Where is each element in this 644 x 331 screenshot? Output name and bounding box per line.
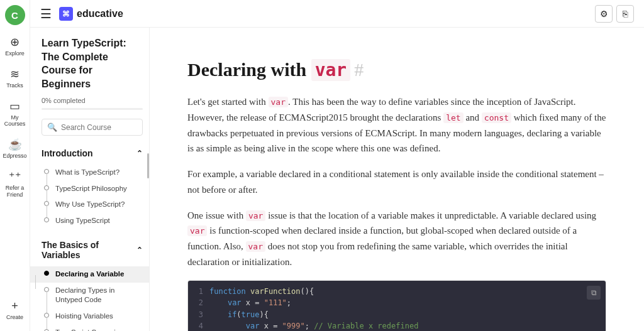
editor-line: 1function varFunction(){	[188, 286, 606, 298]
clipboard-icon: ⎘	[623, 9, 628, 19]
search-box[interactable]: 🔍	[42, 119, 143, 136]
lesson-item[interactable]: Declaring Types in Untyped Code	[42, 283, 143, 308]
rail-label: Refer a Friend	[0, 185, 30, 198]
line-number: 2	[188, 297, 209, 309]
paragraph: One issue with var issue is that the loc…	[187, 208, 606, 270]
chevron-up-icon: ⌃	[136, 149, 143, 158]
code-text: var x = "111";	[209, 297, 291, 309]
lesson-label: Why Use TypeScript?	[55, 200, 125, 210]
lesson-label: Declaring Types in Untyped Code	[55, 286, 143, 305]
line-number: 3	[188, 309, 209, 321]
rail-item[interactable]: ⊕Explore	[0, 35, 30, 57]
rail-label: Edpresso	[3, 153, 26, 160]
avatar[interactable]: C	[5, 5, 25, 25]
lesson-item[interactable]: Using TypeScript	[42, 213, 143, 229]
lesson-item[interactable]: Declaring a Variable	[30, 266, 149, 283]
logo[interactable]: ⌘ educative	[59, 7, 123, 21]
copy-code-button[interactable]: ⧉	[587, 286, 601, 300]
line-number: 4	[188, 320, 209, 331]
rail-item[interactable]: ⁺⁺Refer a Friend	[0, 170, 30, 198]
lesson-item[interactable]: Why Use TypeScript?	[42, 197, 143, 213]
code-text: function varFunction(){	[209, 286, 314, 298]
copy-icon: ⧉	[591, 288, 597, 297]
lesson-item[interactable]: TypeScript Philosophy	[42, 181, 143, 197]
code-text: var x = "999"; // Variable x redefined	[209, 320, 418, 331]
editor-line: 3 if(true){	[188, 309, 606, 321]
rail-icon: ⁺⁺	[9, 170, 21, 183]
lesson-dot-icon	[44, 271, 49, 276]
rail-item[interactable]: ▭My Courses	[0, 99, 30, 128]
content: Declaring with var# Let's get started wi…	[150, 28, 644, 331]
rail-item[interactable]: ☕Edpresso	[0, 138, 30, 160]
left-rail: C ⊕Explore≋Tracks▭My Courses☕Edpresso⁺⁺R…	[0, 0, 30, 331]
lesson-label: Using TypeScript	[55, 216, 110, 226]
header: ☰ ⌘ educative ⚙ ⎘	[30, 0, 644, 28]
rail-icon: ▭	[9, 99, 20, 113]
sidebar: Learn TypeScript: The Complete Course fo…	[30, 28, 150, 331]
section-title: The Basics of Variables	[42, 240, 136, 260]
progress-text: 0% completed	[42, 97, 143, 104]
rail-label: Explore	[5, 50, 25, 57]
rail-label: Tracks	[6, 82, 23, 89]
plus-icon: +	[11, 300, 18, 313]
copy-button[interactable]: ⎘	[616, 5, 634, 23]
search-input[interactable]	[61, 123, 150, 132]
brand-text: educative	[77, 8, 123, 19]
rail-icon: ⊕	[10, 35, 19, 49]
rail-icon: ☕	[8, 138, 22, 151]
lesson-item[interactable]: TypeScript Scope is JavaScript Scope	[42, 325, 143, 332]
rail-icon: ≋	[10, 67, 19, 81]
lesson-item[interactable]: What is TypeScript?	[42, 165, 143, 181]
lesson-label: TypeScript Scope is JavaScript Scope	[55, 328, 143, 332]
section-head[interactable]: The Basics of Variables⌃	[42, 240, 143, 260]
line-number: 1	[188, 286, 209, 298]
editor-body[interactable]: ⧉ 1function varFunction(){2 var x = "111…	[188, 281, 606, 332]
lesson-label: Hoisting Variables	[55, 312, 113, 322]
lesson-dot-icon	[44, 329, 49, 332]
settings-button[interactable]: ⚙	[595, 5, 613, 23]
rail-item[interactable]: ≋Tracks	[0, 67, 30, 89]
section-title: Introduction	[42, 148, 93, 158]
anchor-hash-icon[interactable]: #	[354, 59, 364, 80]
code-text: if(true){	[209, 309, 269, 321]
page-heading: Declaring with var#	[187, 59, 606, 80]
chevron-up-icon: ⌃	[136, 246, 143, 254]
editor-line: 2 var x = "111";	[188, 297, 606, 309]
paragraph: For example, a variable declared in a co…	[187, 166, 606, 198]
rail-label: My Courses	[0, 114, 30, 128]
lesson-dot-icon	[44, 217, 49, 222]
lesson-label: Declaring a Variable	[55, 269, 124, 279]
scrollbar[interactable]	[147, 153, 149, 178]
lesson-label: TypeScript Philosophy	[55, 184, 127, 194]
section-head[interactable]: Introduction⌃	[42, 148, 143, 158]
code-editor: ⧉ 1function varFunction(){2 var x = "111…	[187, 280, 606, 332]
progress-bar	[42, 108, 143, 110]
menu-icon[interactable]: ☰	[40, 6, 52, 21]
editor-line: 4 var x = "999"; // Variable x redefined	[188, 320, 606, 331]
course-title: Learn TypeScript: The Complete Course fo…	[42, 36, 143, 90]
rail-label: Create	[6, 314, 23, 321]
rail-create[interactable]: + Create	[6, 300, 23, 321]
search-icon: 🔍	[47, 122, 57, 132]
paragraph: Let's get started with var. This has bee…	[187, 94, 606, 156]
logo-icon: ⌘	[59, 7, 73, 21]
gear-icon: ⚙	[600, 9, 608, 19]
lesson-label: What is TypeScript?	[55, 168, 119, 178]
lesson-item[interactable]: Hoisting Variables	[42, 308, 143, 325]
